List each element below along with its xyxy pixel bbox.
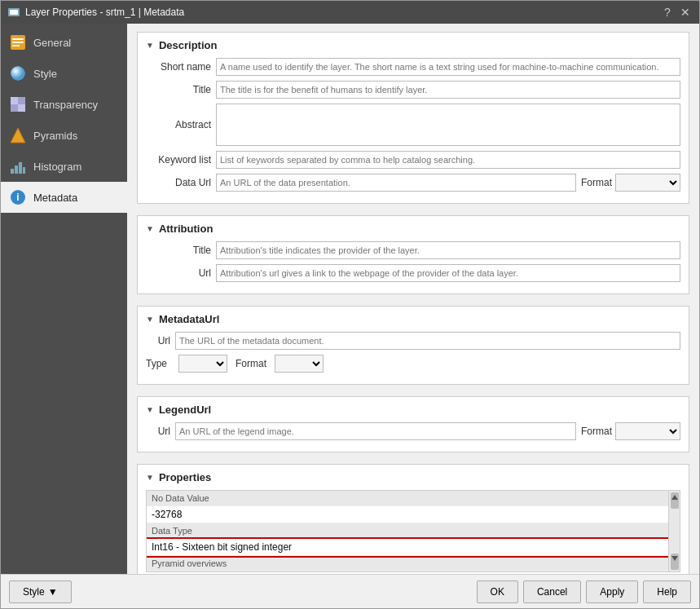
metadataurl-header: ▼ MetadataUrl [146,313,680,325]
prop-nodata-header: No Data Value [147,491,680,506]
sidebar-item-histogram[interactable]: Histogram [1,151,127,182]
svg-rect-1 [10,10,18,15]
prop-nodata-value: -32768 [147,506,680,523]
apply-button[interactable]: Apply [586,580,638,603]
legendurl-collapse-arrow[interactable]: ▼ [146,405,154,414]
metadataurl-title: MetadataUrl [159,313,219,325]
cancel-button[interactable]: Cancel [523,580,581,603]
metadataurl-label: Url [146,335,170,346]
description-section: ▼ Description Short name Title Abstract … [137,32,689,204]
scrollbar-up-btn[interactable] [671,492,679,509]
general-label: General [33,37,71,49]
attribution-header: ▼ Attribution [146,223,680,235]
sidebar: General Style [1,24,127,574]
shortname-input[interactable] [216,58,680,76]
pyramids-label: Pyramids [33,130,77,142]
close-window-btn[interactable]: ✕ [678,5,693,20]
style-icon [9,64,27,82]
sidebar-item-transparency[interactable]: Transparency [1,89,127,120]
svg-rect-13 [11,169,14,174]
main-content: General Style [1,24,699,574]
keyword-label: Keyword list [146,154,211,165]
sidebar-item-general[interactable]: General [1,27,127,58]
svg-marker-18 [671,556,678,561]
prop-datatype-header: Data Type [147,523,680,539]
attr-title-label: Title [146,245,211,256]
sidebar-item-pyramids[interactable]: Pyramids [1,120,127,151]
metadataurl-input[interactable] [175,332,680,350]
bottom-bar: Style ▼ OK Cancel Apply Help [1,574,699,608]
window-controls: ? ✕ [660,5,693,20]
properties-section: ▼ Properties No Data Value -32768 Data T… [137,464,689,574]
legendurl-format-select[interactable] [615,422,680,440]
legendurl-format-label: Format [581,426,612,437]
help-button[interactable]: Help [643,580,691,603]
prop-pyramid-header: Pyramid overviews [147,556,680,571]
svg-rect-14 [15,165,18,174]
general-icon [9,33,27,51]
dataurl-format-group: Format [581,174,680,192]
sidebar-item-metadata[interactable]: i Metadata [1,182,127,213]
legendurl-input[interactable] [175,422,576,440]
metadataurl-collapse-arrow[interactable]: ▼ [146,315,154,324]
titlebar: Layer Properties - srtm_1 | Metadata ? ✕ [1,1,699,24]
legendurl-title: LegendUrl [159,404,211,416]
help-window-btn[interactable]: ? [660,5,675,20]
style-label: Style [33,68,57,80]
properties-title: Properties [159,471,211,483]
svg-marker-17 [671,495,678,500]
svg-rect-5 [12,45,20,46]
svg-rect-16 [23,167,25,174]
dataurl-input[interactable] [216,174,576,192]
window-title: Layer Properties - srtm_1 | Metadata [25,7,660,18]
transparency-label: Transparency [33,99,98,111]
metadataurl-row: Url [146,332,680,350]
svg-rect-3 [12,38,24,40]
sidebar-item-style[interactable]: Style [1,58,127,89]
attribution-title: Attribution [159,223,213,235]
style-button[interactable]: Style ▼ [9,580,72,603]
abstract-row: Abstract [146,104,680,146]
histogram-icon [9,157,27,175]
dataurl-format-label: Format [581,177,612,188]
keyword-input[interactable] [216,151,680,169]
attr-url-input[interactable] [216,264,680,282]
attr-title-row: Title [146,241,680,259]
pyramids-icon [9,126,27,144]
legendurl-section: ▼ LegendUrl Url Format [137,396,689,452]
abstract-label: Abstract [146,119,211,130]
metadataurl-format-select[interactable] [275,355,324,373]
shortname-label: Short name [146,61,211,73]
attribution-collapse-arrow[interactable]: ▼ [146,224,154,233]
metadataurl-type-select[interactable] [178,355,227,373]
prop-datatype-value[interactable]: Int16 - Sixteen bit signed integer [147,539,680,556]
properties-box: No Data Value -32768 Data Type Int16 - S… [146,490,680,572]
svg-rect-11 [11,97,25,112]
attribution-section: ▼ Attribution Title Url [137,215,689,294]
style-btn-arrow: ▼ [48,586,58,598]
title-input[interactable] [216,81,680,99]
window-icon [7,6,20,19]
svg-rect-15 [19,162,22,174]
description-header: ▼ Description [146,39,680,51]
style-btn-label: Style [23,586,45,598]
keyword-row: Keyword list [146,151,680,169]
properties-collapse-arrow[interactable]: ▼ [146,473,154,482]
dataurl-label: Data Url [146,177,211,188]
properties-scrollbar[interactable] [668,491,680,571]
histogram-label: Histogram [33,161,81,173]
title-label: Title [146,84,211,95]
legendurl-row: Url Format [146,422,680,440]
dataurl-row: Data Url Format [146,174,680,192]
description-collapse-arrow[interactable]: ▼ [146,41,154,50]
metadata-icon: i [9,188,27,206]
layer-properties-window: Layer Properties - srtm_1 | Metadata ? ✕… [0,0,700,609]
scrollbar-down-btn[interactable] [671,554,679,570]
shortname-row: Short name [146,58,680,76]
abstract-input[interactable] [216,104,680,146]
attr-url-label: Url [146,267,211,279]
ok-button[interactable]: OK [477,580,518,603]
attr-title-input[interactable] [216,241,680,259]
dataurl-format-select[interactable] [615,174,680,192]
metadataurl-section: ▼ MetadataUrl Url Type Format [137,306,689,385]
